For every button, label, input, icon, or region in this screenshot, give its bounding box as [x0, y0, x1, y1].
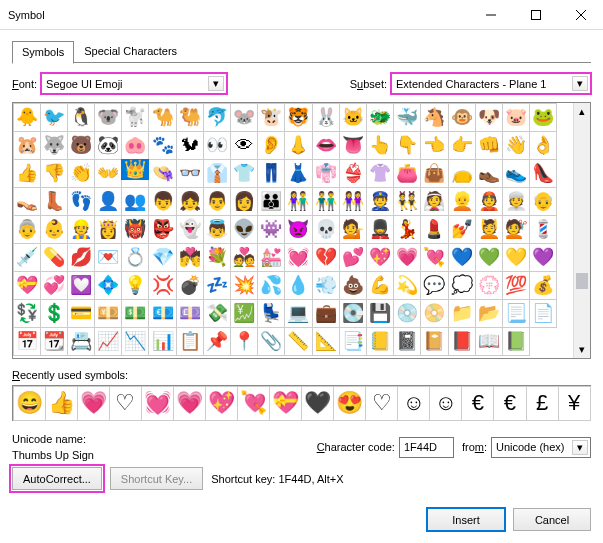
symbol-cell[interactable]: 👨 — [203, 187, 231, 216]
symbol-cell[interactable]: 💣 — [176, 271, 204, 300]
symbol-cell[interactable]: 💦 — [257, 271, 285, 300]
symbol-cell[interactable]: 👄 — [312, 131, 340, 160]
minimize-button[interactable] — [468, 0, 513, 29]
recent-cell[interactable]: 💖 — [205, 386, 238, 421]
recent-cell[interactable]: ☺ — [397, 386, 430, 421]
recent-cell[interactable]: 💘 — [237, 386, 270, 421]
symbol-cell[interactable]: 👰 — [420, 187, 448, 216]
symbol-cell[interactable]: 💜 — [529, 243, 557, 272]
symbol-cell[interactable]: 📎 — [257, 327, 285, 356]
symbol-cell[interactable]: 👲 — [475, 187, 503, 216]
symbol-cell[interactable]: 🐮 — [257, 103, 285, 132]
symbol-cell[interactable]: 👎 — [40, 159, 68, 188]
scrollbar[interactable]: ▴ ▾ — [573, 103, 590, 358]
symbol-cell[interactable]: 💐 — [203, 243, 231, 272]
symbol-cell[interactable]: 🐽 — [121, 131, 149, 160]
symbol-cell[interactable]: 📊 — [148, 327, 176, 356]
symbol-cell[interactable]: 💤 — [203, 271, 231, 300]
symbol-cell[interactable]: 👦 — [148, 187, 176, 216]
symbol-cell[interactable]: 📌 — [203, 327, 231, 356]
symbol-cell[interactable]: 👸 — [94, 215, 122, 244]
symbol-cell[interactable]: 👺 — [148, 215, 176, 244]
symbol-cell[interactable]: 💕 — [339, 243, 367, 272]
cancel-button[interactable]: Cancel — [513, 508, 591, 531]
symbol-cell[interactable]: 📍 — [230, 327, 258, 356]
symbol-cell[interactable]: 👼 — [203, 215, 231, 244]
symbol-cell[interactable]: 👌 — [529, 131, 557, 160]
symbol-cell[interactable]: 🐲 — [366, 103, 394, 132]
symbol-cell[interactable]: 👽 — [230, 215, 258, 244]
symbol-cell[interactable]: 👆 — [366, 131, 394, 160]
symbol-cell[interactable]: 👐 — [94, 159, 122, 188]
symbol-cell[interactable]: 📋 — [176, 327, 204, 356]
symbol-cell[interactable]: 💚 — [475, 243, 503, 272]
symbol-cell[interactable]: 💑 — [230, 243, 258, 272]
symbol-cell[interactable]: 👝 — [448, 159, 476, 188]
symbol-cell[interactable]: 💂 — [366, 215, 394, 244]
tab-symbols[interactable]: Symbols — [12, 41, 74, 64]
symbol-cell[interactable]: 📓 — [393, 327, 421, 356]
symbol-cell[interactable]: 👏 — [67, 159, 95, 188]
symbol-cell[interactable]: 👱 — [448, 187, 476, 216]
recent-cell[interactable]: 😄 — [13, 386, 46, 421]
symbol-cell[interactable]: 👷 — [67, 215, 95, 244]
recent-cell[interactable]: 💝 — [269, 386, 302, 421]
symbol-cell[interactable]: 👘 — [312, 159, 340, 188]
symbol-cell[interactable]: 🐹 — [13, 131, 41, 160]
symbol-cell[interactable]: 🐳 — [393, 103, 421, 132]
symbol-cell[interactable]: 💹 — [230, 299, 258, 328]
symbol-cell[interactable]: 👡 — [13, 187, 41, 216]
symbol-cell[interactable]: 🐱 — [339, 103, 367, 132]
subset-select[interactable]: Extended Characters - Plane 1 ▾ — [391, 73, 591, 94]
scroll-down-icon[interactable]: ▾ — [574, 341, 590, 358]
symbol-cell[interactable]: 💲 — [40, 299, 68, 328]
symbol-cell[interactable]: 🐦 — [40, 103, 68, 132]
symbol-cell[interactable]: 💨 — [312, 271, 340, 300]
symbol-cell[interactable]: 🐥 — [13, 103, 41, 132]
symbol-cell[interactable]: 👅 — [339, 131, 367, 160]
symbol-cell[interactable]: 💾 — [366, 299, 394, 328]
symbol-cell[interactable]: 👹 — [121, 215, 149, 244]
symbol-cell[interactable]: 💏 — [176, 243, 204, 272]
symbol-cell[interactable]: 💆 — [475, 215, 503, 244]
symbol-cell[interactable]: 👥 — [121, 187, 149, 216]
symbol-cell[interactable]: 👾 — [257, 215, 285, 244]
symbol-cell[interactable]: 🐶 — [475, 103, 503, 132]
symbol-cell[interactable]: 📄 — [529, 299, 557, 328]
symbol-cell[interactable]: 🐩 — [121, 103, 149, 132]
symbol-cell[interactable]: 👒 — [148, 159, 176, 188]
recent-cell[interactable]: 💓 — [141, 386, 174, 421]
symbol-cell[interactable]: 👁 — [230, 131, 258, 160]
symbol-cell[interactable]: 🐨 — [94, 103, 122, 132]
symbol-cell[interactable]: 💙 — [448, 243, 476, 272]
symbol-cell[interactable]: 👇 — [393, 131, 421, 160]
symbol-cell[interactable]: 👑 — [121, 159, 149, 180]
symbol-cell[interactable]: 💪 — [366, 271, 394, 300]
symbol-cell[interactable]: 🐪 — [148, 103, 176, 132]
symbol-cell[interactable]: 👴 — [529, 187, 557, 216]
symbol-cell[interactable]: 🐻 — [67, 131, 95, 160]
symbol-cell[interactable]: 📉 — [121, 327, 149, 356]
symbol-cell[interactable]: 🐫 — [176, 103, 204, 132]
recent-cell[interactable]: ♡ — [109, 386, 142, 421]
symbol-cell[interactable]: 💿 — [393, 299, 421, 328]
symbol-cell[interactable]: 📕 — [448, 327, 476, 356]
symbol-cell[interactable]: 💘 — [420, 243, 448, 272]
symbol-cell[interactable]: 💓 — [284, 243, 312, 272]
autocorrect-button[interactable]: AutoCorrect... — [12, 467, 102, 490]
recent-cell[interactable]: 💗 — [77, 386, 110, 421]
symbol-cell[interactable]: 👵 — [13, 215, 41, 244]
symbol-cell[interactable]: 👮 — [366, 187, 394, 216]
symbol-cell[interactable]: 👔 — [203, 159, 231, 188]
symbol-cell[interactable]: 💸 — [203, 299, 231, 328]
recent-cell[interactable]: £ — [526, 386, 559, 421]
symbol-cell[interactable]: 📁 — [448, 299, 476, 328]
symbol-cell[interactable]: 💥 — [230, 271, 258, 300]
symbol-cell[interactable]: 💎 — [148, 243, 176, 272]
symbol-cell[interactable]: 💽 — [339, 299, 367, 328]
symbol-cell[interactable]: 💇 — [502, 215, 530, 244]
symbol-cell[interactable]: 💰 — [529, 271, 557, 300]
symbol-cell[interactable]: 🐺 — [40, 131, 68, 160]
symbol-cell[interactable]: 💊 — [40, 243, 68, 272]
symbol-cell[interactable]: 👧 — [176, 187, 204, 216]
